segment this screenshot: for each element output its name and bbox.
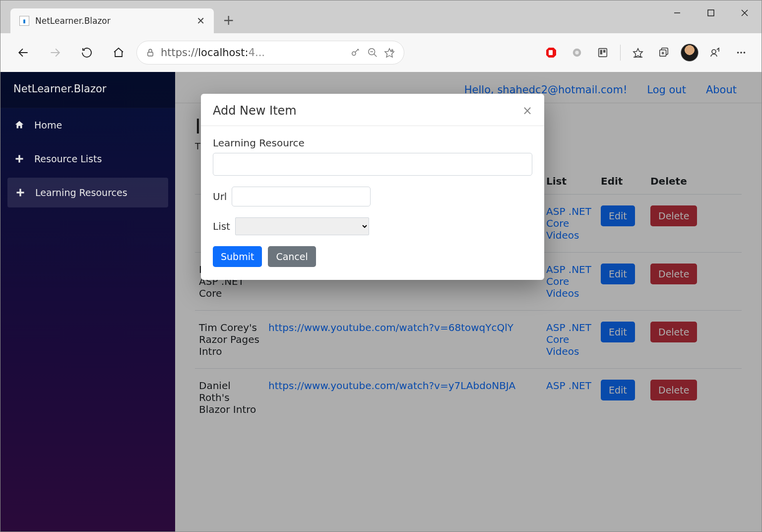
learning-resource-input[interactable] bbox=[213, 153, 532, 176]
svg-rect-31 bbox=[16, 158, 23, 159]
svg-marker-11 bbox=[385, 49, 394, 57]
plus-icon bbox=[13, 153, 25, 165]
svg-point-27 bbox=[737, 52, 739, 54]
tab-bar: ▮ NetLearner.Blazor ✕ + bbox=[0, 0, 762, 33]
more-menu-icon[interactable] bbox=[730, 41, 753, 64]
favorites-icon[interactable] bbox=[627, 41, 649, 64]
back-button[interactable] bbox=[9, 39, 37, 66]
svg-point-26 bbox=[712, 50, 716, 54]
feedback-icon[interactable] bbox=[704, 41, 727, 64]
svg-rect-1 bbox=[708, 10, 714, 16]
key-search-icon[interactable] bbox=[350, 47, 361, 58]
sidebar-item-resource-lists[interactable]: Resource Lists bbox=[0, 142, 175, 176]
modal-header: Add New Item × bbox=[201, 94, 544, 126]
collections-icon[interactable] bbox=[652, 41, 675, 64]
svg-line-9 bbox=[374, 54, 377, 57]
window-controls bbox=[660, 0, 762, 25]
add-item-modal: Add New Item × Learning Resource Url Lis… bbox=[201, 94, 544, 280]
window-maximize-button[interactable] bbox=[694, 0, 728, 25]
lock-icon bbox=[146, 48, 155, 58]
toolbar-separator bbox=[620, 45, 621, 61]
extension-trello-icon[interactable] bbox=[591, 41, 614, 64]
cancel-button[interactable]: Cancel bbox=[268, 246, 316, 267]
svg-rect-15 bbox=[549, 50, 553, 55]
modal-body: Learning Resource Url List Submit Cancel bbox=[201, 126, 544, 280]
list-select[interactable] bbox=[235, 217, 369, 235]
svg-point-7 bbox=[352, 52, 356, 55]
profile-avatar[interactable] bbox=[678, 41, 701, 64]
sidebar-item-home[interactable]: Home bbox=[0, 108, 175, 142]
svg-point-28 bbox=[740, 52, 742, 54]
modal-title: Add New Item bbox=[213, 104, 297, 118]
browser-toolbar: https://localhost:4... bbox=[0, 33, 762, 72]
forward-button[interactable] bbox=[41, 39, 69, 66]
window-close-button[interactable] bbox=[728, 0, 762, 25]
svg-rect-6 bbox=[148, 52, 153, 56]
zoom-out-icon[interactable] bbox=[367, 47, 378, 58]
modal-close-button[interactable]: × bbox=[522, 104, 532, 118]
svg-point-29 bbox=[744, 52, 746, 54]
adblock-icon[interactable] bbox=[540, 41, 563, 64]
sidebar-item-label: Home bbox=[34, 120, 62, 131]
sidebar-item-label: Resource Lists bbox=[34, 153, 102, 164]
home-icon bbox=[13, 119, 25, 131]
sidebar-item-label: Learning Resources bbox=[35, 187, 127, 198]
address-bar[interactable]: https://localhost:4... bbox=[136, 41, 404, 65]
svg-rect-19 bbox=[600, 50, 603, 55]
tab-favicon-icon: ▮ bbox=[19, 16, 29, 26]
plus-icon bbox=[14, 187, 26, 199]
sidebar: NetLearner.Blazor Home Resource Lists Le… bbox=[0, 72, 175, 532]
tab-close-button[interactable]: ✕ bbox=[196, 15, 205, 27]
label-list: List bbox=[213, 220, 230, 232]
toolbar-extensions bbox=[540, 41, 753, 64]
tab-title: NetLearner.Blazor bbox=[35, 16, 190, 26]
browser-tab[interactable]: ▮ NetLearner.Blazor ✕ bbox=[10, 8, 214, 33]
svg-point-17 bbox=[575, 51, 578, 54]
submit-button[interactable]: Submit bbox=[213, 246, 262, 267]
label-learning-resource: Learning Resource bbox=[213, 137, 532, 149]
url-text: https://localhost:4... bbox=[161, 47, 344, 59]
svg-marker-21 bbox=[634, 49, 642, 57]
refresh-button[interactable] bbox=[73, 39, 101, 66]
favorite-star-icon[interactable] bbox=[384, 47, 395, 58]
svg-rect-33 bbox=[17, 192, 24, 193]
svg-rect-18 bbox=[599, 49, 607, 57]
browser-chrome: ▮ NetLearner.Blazor ✕ + https://localhos… bbox=[0, 0, 762, 72]
svg-rect-20 bbox=[603, 50, 606, 53]
new-tab-button[interactable]: + bbox=[214, 12, 243, 28]
url-input[interactable] bbox=[232, 187, 371, 206]
sidebar-item-learning-resources[interactable]: Learning Resources bbox=[7, 178, 168, 207]
extension-circle-icon[interactable] bbox=[566, 41, 588, 64]
window-minimize-button[interactable] bbox=[660, 0, 694, 25]
label-url: Url bbox=[213, 191, 227, 202]
home-button[interactable] bbox=[105, 39, 132, 66]
sidebar-brand[interactable]: NetLearner.Blazor bbox=[0, 72, 175, 108]
